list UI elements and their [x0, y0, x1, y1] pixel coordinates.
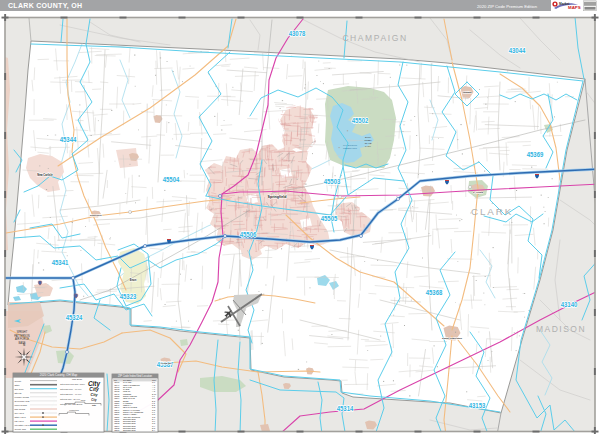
svg-text:Catawba: Catawba: [463, 91, 473, 93]
svg-text:2020 Clark County, OH Map: 2020 Clark County, OH Map: [40, 373, 78, 377]
svg-text:45314: 45314: [337, 405, 354, 412]
svg-text:US Hwys: US Hwys: [15, 420, 25, 422]
svg-text:45369: 45369: [527, 151, 544, 158]
svg-text:45504: 45504: [163, 176, 180, 183]
svg-text:Yellow Spr: Yellow Spr: [160, 362, 171, 364]
svg-text:Springfield: Springfield: [268, 195, 287, 199]
svg-text:D-4: D-4: [152, 429, 155, 431]
svg-text:Donnelsville: Donnelsville: [90, 214, 103, 216]
svg-text:Toll Hwys: Toll Hwys: [15, 412, 25, 414]
svg-text:New Carlisle: New Carlisle: [37, 173, 53, 177]
svg-text:45368: 45368: [426, 289, 443, 296]
svg-text:City: City: [90, 393, 98, 397]
svg-text:45503: 45503: [324, 178, 341, 185]
svg-text:County: County: [15, 380, 23, 382]
svg-text:County Rds: County Rds: [15, 428, 27, 430]
svg-text:ZIP Code: ZIP Code: [15, 388, 25, 390]
svg-text:Primary Roads: Primary Roads: [15, 396, 30, 398]
svg-text:43078: 43078: [289, 30, 306, 37]
svg-text:43044: 43044: [509, 47, 526, 54]
svg-text:45506: 45506: [114, 429, 119, 431]
svg-text:BUCK: BUCK: [365, 136, 372, 138]
svg-text:CLARK COUNTY, OH: CLARK COUNTY, OH: [8, 2, 82, 10]
svg-text:Rail Roads: Rail Roads: [15, 408, 27, 410]
svg-text:43153: 43153: [469, 402, 486, 409]
svg-text:45323: 45323: [120, 293, 137, 300]
svg-text:Streets: Streets: [15, 392, 23, 394]
svg-text:45502: 45502: [352, 117, 369, 124]
svg-text:ZIP Code Index/Grid Location: ZIP Code Index/Grid Location: [118, 374, 153, 378]
svg-text:AIR FORCE: AIR FORCE: [15, 337, 29, 341]
svg-text:Enon: Enon: [130, 278, 137, 282]
svg-text:CHAMPAIGN: CHAMPAIGN: [342, 33, 407, 43]
svg-text:Map Scale: Map Scale: [72, 378, 83, 380]
svg-text:PARK: PARK: [365, 145, 371, 147]
svg-text:WRIGHT: WRIGHT: [17, 330, 28, 334]
svg-text:45344: 45344: [60, 136, 77, 143]
svg-text:43140: 43140: [561, 301, 578, 308]
svg-text:PATTERSON: PATTERSON: [14, 334, 30, 338]
svg-text:S. Vienna: S. Vienna: [473, 191, 484, 193]
svg-text:CREEK: CREEK: [364, 139, 372, 141]
svg-text:RESERVOIR: RESERVOIR: [343, 147, 357, 150]
svg-text:City: City: [91, 398, 97, 402]
svg-text:45324: 45324: [66, 314, 83, 321]
svg-text:Kilometers: Kilometers: [69, 409, 78, 411]
svg-text:Minor Roads: Minor Roads: [15, 404, 28, 406]
svg-text:State Hwys: State Hwys: [15, 416, 27, 418]
svg-text:City: City: [89, 386, 99, 392]
svg-text:2020 ZIP Code Premium Edition: 2020 ZIP Code Premium Edition: [477, 4, 538, 9]
svg-text:STATE: STATE: [365, 142, 372, 144]
svg-text:N: N: [23, 343, 25, 347]
svg-text:SPRINGFIELD: SPRINGFIELD: [123, 429, 136, 431]
svg-text:Interstate Hwys: Interstate Hwys: [15, 424, 31, 426]
svg-text:MAPS: MAPS: [568, 5, 581, 10]
svg-text:45505: 45505: [321, 215, 338, 222]
svg-text:South Charleston: South Charleston: [442, 337, 462, 340]
svg-text:State: State: [15, 384, 21, 386]
svg-text:Secondary Rds: Secondary Rds: [15, 400, 31, 402]
svg-text:Miles: Miles: [81, 399, 86, 401]
svg-text:MADISON: MADISON: [536, 324, 586, 334]
svg-text:CLARK: CLARK: [471, 206, 513, 217]
svg-text:45506: 45506: [240, 231, 257, 238]
svg-text:45341: 45341: [52, 259, 69, 266]
